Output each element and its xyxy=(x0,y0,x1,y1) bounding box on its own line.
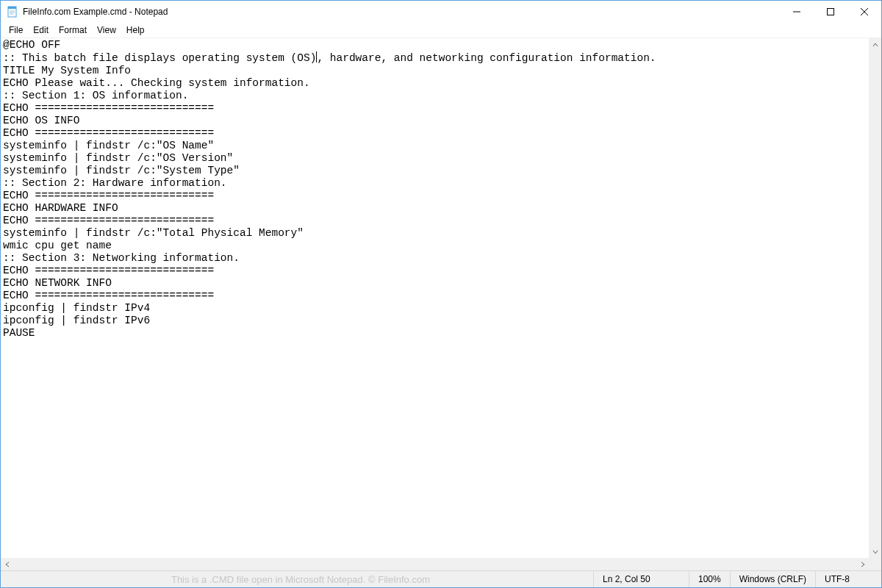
vertical-scrollbar[interactable] xyxy=(869,38,881,558)
svg-rect-1 xyxy=(8,7,16,9)
notepad-window: FileInfo.com Example.cmd - Notepad File … xyxy=(0,0,882,588)
statusbar: This is a .CMD file open in Microsoft No… xyxy=(1,570,881,587)
menu-format[interactable]: Format xyxy=(54,24,92,36)
status-zoom: 100% xyxy=(689,571,730,587)
window-title: FileInfo.com Example.cmd - Notepad xyxy=(23,7,168,17)
menu-file[interactable]: File xyxy=(4,24,28,36)
scroll-left-icon[interactable] xyxy=(1,558,13,570)
status-position: Ln 2, Col 50 xyxy=(593,571,689,587)
notepad-app-icon xyxy=(7,6,18,18)
maximize-button[interactable] xyxy=(814,1,847,23)
menu-help[interactable]: Help xyxy=(121,24,150,36)
menu-edit[interactable]: Edit xyxy=(28,24,54,36)
horizontal-scrollbar[interactable] xyxy=(1,558,869,570)
scroll-up-icon[interactable] xyxy=(869,38,881,51)
scroll-corner xyxy=(869,558,881,570)
titlebar[interactable]: FileInfo.com Example.cmd - Notepad xyxy=(1,1,881,23)
status-line-ending: Windows (CRLF) xyxy=(730,571,815,587)
menubar: File Edit Format View Help xyxy=(1,23,881,37)
scroll-right-icon[interactable] xyxy=(856,558,869,570)
scroll-down-icon[interactable] xyxy=(869,545,881,558)
text-editor[interactable]: @ECHO OFF :: This batch file displays op… xyxy=(1,38,881,558)
editor-area: @ECHO OFF :: This batch file displays op… xyxy=(1,37,881,570)
close-button[interactable] xyxy=(847,1,881,23)
watermark-text: This is a .CMD file open in Microsoft No… xyxy=(1,574,593,585)
status-encoding: UTF-8 xyxy=(815,571,881,587)
minimize-button[interactable] xyxy=(780,1,814,23)
svg-rect-6 xyxy=(828,9,834,15)
menu-view[interactable]: View xyxy=(92,24,121,36)
